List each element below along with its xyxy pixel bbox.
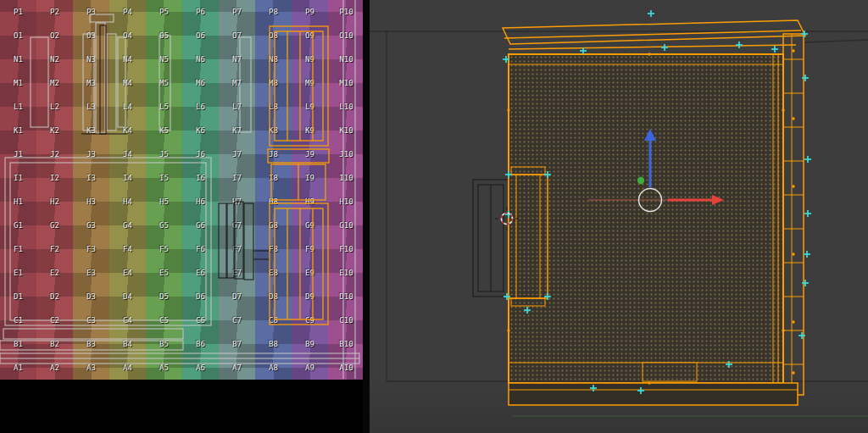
viewport-3d-scene: [370, 0, 868, 433]
uv-islands-dark[interactable]: [81, 25, 270, 280]
selected-door-mesh[interactable]: [503, 20, 805, 405]
viewport-3d[interactable]: [370, 0, 868, 433]
hidden-object-wireframe[interactable]: [473, 180, 509, 297]
panel-divider[interactable]: [363, 0, 370, 433]
uv-editor-panel[interactable]: P1P2P3P4P5P6P7P8P9P10O1O2O3O4O5O6O7O8O9O…: [0, 0, 363, 433]
uv-wireframe-overlay: [0, 0, 363, 433]
uv-islands-selected[interactable]: [268, 26, 329, 325]
app-window: P1P2P3P4P5P6P7P8P9P10O1O2O3O4O5O6O7O8O9O…: [0, 0, 868, 433]
gizmo-y-handle[interactable]: [637, 177, 644, 184]
uv-islands-unselected[interactable]: [0, 0, 359, 379]
